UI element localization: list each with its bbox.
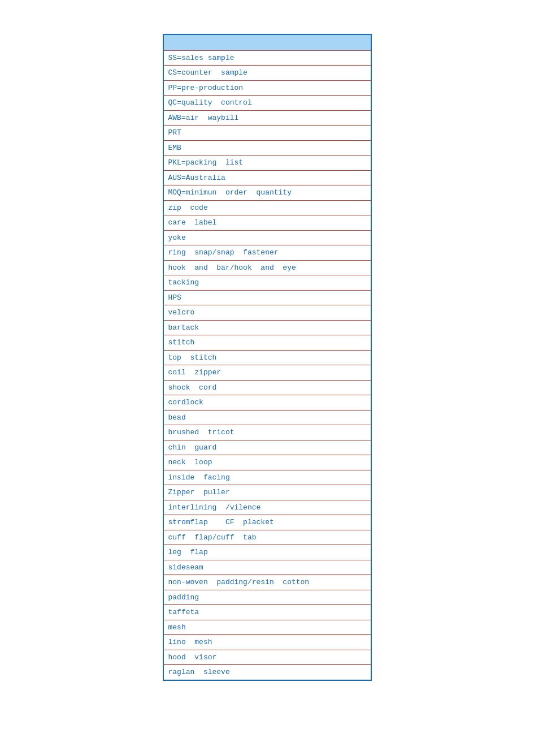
list-item: stitch <box>163 335 371 351</box>
list-item: tacking <box>163 275 371 291</box>
list-item: QC=quality control <box>163 96 371 111</box>
list-item: neck loop <box>163 455 371 470</box>
list-item: zip code <box>163 200 371 215</box>
list-item: bartack <box>163 320 371 335</box>
list-item: PP=pre-production <box>163 80 371 96</box>
list-item: mesh <box>163 620 371 635</box>
list-item: MOQ=minimun order quantity <box>163 185 371 201</box>
list-item: bead <box>163 410 371 425</box>
list-item: leg flap <box>163 545 371 560</box>
list-item: ring snap/snap fastener <box>163 245 371 261</box>
page-wrapper: SS=sales sampleCS=counter samplePP=pre-p… <box>0 34 534 722</box>
list-item: AUS=Australia <box>163 170 371 185</box>
list-item: non-woven padding/resin cotton <box>163 575 371 590</box>
list-item: Zipper puller <box>163 485 371 500</box>
list-item: brushed tricot <box>163 425 371 440</box>
list-item: yoke <box>163 230 371 245</box>
list-item: PKL=packing list <box>163 155 371 171</box>
list-item: padding <box>163 590 371 605</box>
list-item: hood visor <box>163 650 371 665</box>
list-item: inside facing <box>163 470 371 485</box>
list-item: top stitch <box>163 350 371 365</box>
list-item: sideseam <box>163 560 371 575</box>
list-item: EMB <box>163 140 371 155</box>
list-item: cordlock <box>163 395 371 411</box>
list-item: raglan sleeve <box>163 665 371 680</box>
list-item: taffeta <box>163 605 371 620</box>
list-item: PRT <box>163 126 371 141</box>
list-item: chin guard <box>163 440 371 455</box>
list-item: velcro <box>163 305 371 321</box>
list-item: SS=sales sample <box>163 50 371 66</box>
list-item: coil zipper <box>163 365 371 381</box>
list-item: lino mesh <box>163 635 371 650</box>
list-item: shock cord <box>163 380 371 395</box>
list-item: cuff flap/cuff tab <box>163 530 371 545</box>
list-item: CS=counter sample <box>163 66 371 81</box>
list-item: care label <box>163 215 371 231</box>
main-table: SS=sales sampleCS=counter samplePP=pre-p… <box>163 34 372 681</box>
list-item: stromflap CF placket <box>163 515 371 530</box>
list-item: AWB=air waybill <box>163 110 371 126</box>
list-item: HPS <box>163 290 371 305</box>
table-container: SS=sales sampleCS=counter samplePP=pre-p… <box>163 34 372 722</box>
list-item: hook and bar/hook and eye <box>163 260 371 275</box>
list-item: interlining /vilence <box>163 500 371 515</box>
